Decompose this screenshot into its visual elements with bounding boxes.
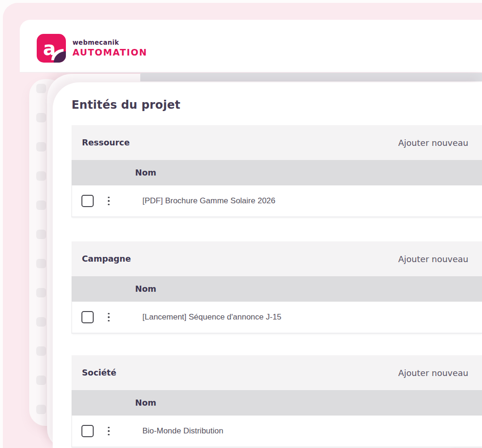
- column-header-row: Nom: [72, 276, 482, 302]
- skeleton-item: [36, 200, 46, 210]
- section-ressource: Ressource Ajouter nouveau Nom [PDF] Broc…: [72, 125, 482, 217]
- skeleton-item: [36, 230, 46, 239]
- add-new-button[interactable]: Ajouter nouveau: [398, 138, 468, 148]
- skeleton-item: [36, 142, 46, 152]
- table-body: Bio-Monde Distribution: [72, 416, 482, 448]
- main-panel: Entités du projet Ressource Ajouter nouv…: [53, 82, 482, 448]
- kebab-menu-icon[interactable]: [106, 195, 112, 208]
- add-new-button[interactable]: Ajouter nouveau: [398, 368, 468, 378]
- brand-logo: a webmecanik AUTOMATION: [37, 34, 147, 63]
- background-tab-strip: [140, 73, 482, 81]
- column-header-nom: Nom: [135, 168, 156, 177]
- column-header-nom: Nom: [135, 398, 156, 408]
- section-header: Société Ajouter nouveau: [72, 355, 482, 390]
- table-body: [PDF] Brochure Gamme Solaire 2026: [72, 185, 482, 217]
- app-screenshot: a webmecanik AUTOMATION Entités du proje…: [0, 0, 482, 448]
- skeleton-item: [36, 171, 46, 181]
- column-header-row: Nom: [72, 160, 482, 185]
- section-title: Campagne: [82, 254, 131, 264]
- brand-wordmark: webmecanik AUTOMATION: [72, 40, 147, 57]
- row-checkbox[interactable]: [81, 195, 94, 207]
- skeleton-item: [36, 405, 46, 414]
- section-title: Société: [82, 368, 116, 377]
- page-title: Entités du projet: [72, 98, 180, 112]
- column-header-row: Nom: [72, 390, 482, 416]
- brand-name-top: webmecanik: [72, 40, 147, 46]
- brand-name-bottom: AUTOMATION: [72, 48, 147, 57]
- table-row[interactable]: [PDF] Brochure Gamme Solaire 2026: [72, 185, 482, 217]
- table-row[interactable]: Bio-Monde Distribution: [72, 416, 482, 448]
- skeleton-item: [36, 259, 46, 268]
- skeleton-item: [36, 376, 46, 385]
- table-row[interactable]: [Lancement] Séquence d'annonce J-15: [72, 302, 482, 334]
- skeleton-item: [36, 84, 46, 93]
- top-header-bar: a webmecanik AUTOMATION: [20, 20, 482, 72]
- section-societe: Société Ajouter nouveau Nom Bio-Monde Di…: [72, 355, 482, 448]
- row-checkbox[interactable]: [81, 311, 94, 323]
- column-header-nom: Nom: [135, 284, 156, 294]
- table-body: [Lancement] Séquence d'annonce J-15: [72, 302, 482, 334]
- section-header: Ressource Ajouter nouveau: [72, 125, 482, 160]
- row-name: [PDF] Brochure Gamme Solaire 2026: [143, 196, 276, 206]
- skeleton-item: [36, 317, 46, 327]
- kebab-menu-icon[interactable]: [106, 311, 112, 324]
- skeleton-item: [36, 346, 46, 356]
- row-name: Bio-Monde Distribution: [143, 426, 224, 436]
- row-checkbox[interactable]: [81, 425, 94, 437]
- skeleton-item: [36, 288, 46, 297]
- section-title: Ressource: [82, 138, 130, 147]
- kebab-menu-icon[interactable]: [106, 425, 112, 438]
- section-campagne: Campagne Ajouter nouveau Nom [Lancement]…: [72, 241, 482, 334]
- add-new-button[interactable]: Ajouter nouveau: [398, 254, 468, 264]
- section-header: Campagne Ajouter nouveau: [72, 241, 482, 276]
- row-name: [Lancement] Séquence d'annonce J-15: [143, 312, 281, 322]
- skeleton-item: [36, 113, 46, 122]
- brand-logo-icon: a: [37, 34, 66, 63]
